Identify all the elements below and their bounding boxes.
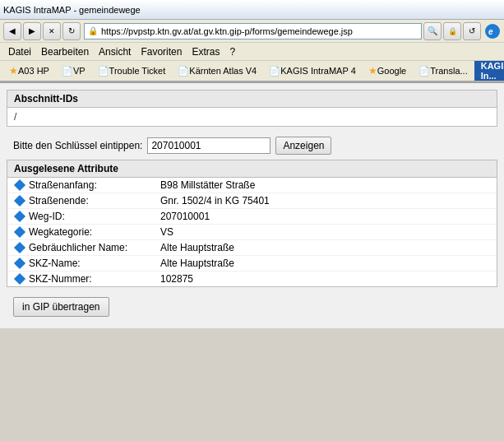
page-content: Abschnitt-IDs / Bitte den Schlüssel eint… [0,83,504,328]
bookmark-label: Google [377,66,406,76]
diamond-icon-5 [14,258,25,269]
bookmark-label: KAGIS IntraMAP 4 [280,66,356,76]
attr-value-3: VS [160,226,490,238]
page-icon: 📄 [178,66,189,77]
security-icon: 🔒 [88,26,98,35]
star-icon: ★ [9,65,18,77]
menu-bearbeiten[interactable]: Bearbeiten [36,44,94,59]
address-bar[interactable]: 🔒 https://pvpstp.ktn.gv.at/at.gv.ktn.gip… [84,23,422,39]
page-icon: 📄 [62,66,73,77]
attr-label-0: Straßenanfang: [29,179,160,191]
table-row: Weg-ID: 207010001 [7,209,497,225]
svg-text:e: e [488,27,493,36]
kagis-tab[interactable]: KAGIS In... [474,61,504,82]
attr-label-1: Straßenende: [29,195,160,207]
diamond-icon-1 [14,195,25,207]
attr-label-4: Gebräuchlicher Name: [29,242,160,253]
table-row: SKZ-Name: Alte Hauptstraße [7,256,497,272]
bookmark-label: Trouble Ticket [109,66,166,76]
bookmark-kaernten-atlas[interactable]: 📄 Kärnten Atlas V4 [172,63,262,79]
key-input-field[interactable] [147,137,270,154]
bookmarks-bar: ★ A03 HP 📄 VP 📄 Trouble Ticket 📄 Kärnten… [0,61,504,82]
diamond-icon-4 [14,242,25,253]
abschnitt-ids-header: Abschnitt-IDs [7,91,497,108]
bookmark-trouble-ticket[interactable]: 📄 Trouble Ticket [92,63,172,79]
page-icon: 📄 [418,66,430,77]
attr-value-4: Alte Hauptstraße [160,242,490,253]
lock-icon: 🔒 [443,22,461,40]
bookmark-label: Kärnten Atlas V4 [189,66,257,76]
bookmark-label: A03 HP [18,66,49,76]
attr-value-5: Alte Hauptstraße [160,258,490,269]
table-row: SKZ-Nummer: 102875 [7,272,497,286]
attr-value-2: 207010001 [160,211,490,222]
transfer-button[interactable]: in GIP übertragen [13,297,109,317]
attr-label-5: SKZ-Name: [29,258,160,269]
forward-button[interactable]: ▶ [23,22,41,40]
menu-help[interactable]: ? [224,44,240,59]
bookmark-label: Transla... [430,66,467,76]
attributes-section: Ausgelesene Attribute Straßenanfang: B98… [7,160,497,287]
attr-label-6: SKZ-Nummer: [29,273,160,285]
bookmark-kagis-intramap[interactable]: 📄 KAGIS IntraMAP 4 [263,63,362,79]
attr-value-6: 102875 [160,273,490,285]
menu-datei[interactable]: Datei [3,44,36,59]
attr-label-2: Weg-ID: [29,211,160,222]
diamond-icon-0 [14,179,25,191]
menu-extras[interactable]: Extras [187,44,224,59]
key-input-row: Bitte den Schlüssel eintippen: Anzeigen [7,132,497,160]
key-input-label: Bitte den Schlüssel eintippen: [13,140,142,151]
table-row: Gebräuchlicher Name: Alte Hauptstraße [7,240,497,256]
menu-ansicht[interactable]: Ansicht [94,44,136,59]
attr-value-0: B98 Millstätter Straße [160,179,490,191]
diamond-icon-3 [14,226,25,238]
menu-bar: Datei Bearbeiten Ansicht Favoriten Extra… [0,43,504,61]
refresh-icon[interactable]: ↺ [463,22,481,40]
bookmark-label: VP [73,66,86,76]
menu-favoriten[interactable]: Favoriten [136,44,187,59]
table-row: Straßenende: Gnr. 1502/4 in KG 75401 [7,193,497,209]
table-row: Wegkategorie: VS [7,225,497,240]
bookmark-vp[interactable]: 📄 VP [56,63,91,79]
abschnitt-ids-section: Abschnitt-IDs / [7,90,497,127]
star-icon: ★ [368,65,377,77]
refresh-button[interactable]: ↻ [62,22,81,40]
attributes-header: Ausgelesene Attribute [7,160,497,178]
attr-label-3: Wegkategorie: [29,226,160,238]
page-icon: 📄 [269,66,280,77]
browser-title: KAGIS IntraMAP - gemeindewege [3,5,501,15]
page-icon: 📄 [98,66,109,77]
attr-value-1: Gnr. 1502/4 in KG 75401 [160,195,490,207]
bookmark-a03hp[interactable]: ★ A03 HP [3,63,55,79]
diamond-icon-2 [14,211,25,222]
bookmark-google[interactable]: ★ Google [363,63,412,79]
abschnitt-ids-value: / [14,111,16,123]
anzeigen-button[interactable]: Anzeigen [275,137,331,155]
back-button[interactable]: ◀ [3,22,21,40]
bookmark-translator[interactable]: 📄 Transla... [413,63,473,79]
search-button[interactable]: 🔍 [423,22,442,40]
diamond-icon-6 [14,273,25,285]
ie-logo: e [484,23,501,39]
stop-button[interactable]: ✕ [43,22,61,40]
table-row: Straßenanfang: B98 Millstätter Straße [7,178,497,193]
address-text: https://pvpstp.ktn.gv.at/at.gv.ktn.gip-p… [101,26,353,36]
